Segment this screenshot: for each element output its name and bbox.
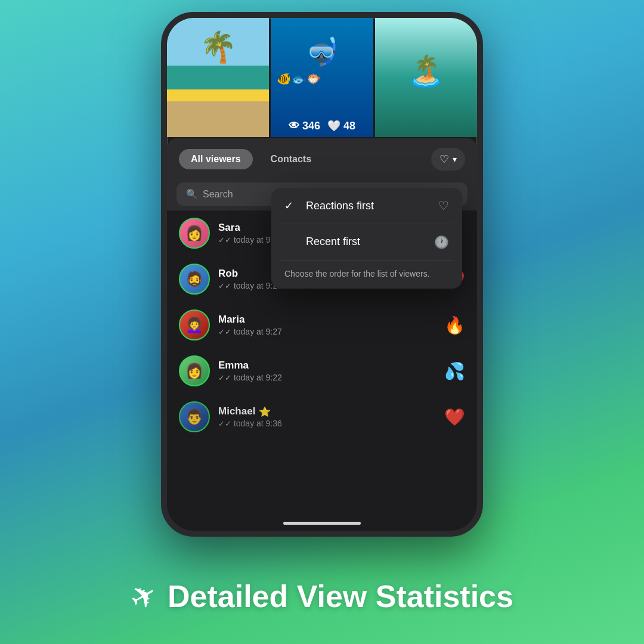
avatar-michael: 👨 — [180, 402, 209, 431]
telegram-icon: ✈ — [123, 574, 164, 618]
search-icon: 🔍 — [186, 188, 198, 200]
avatar: 🧔 — [179, 264, 210, 295]
phone: 👁 346 🤍 48 All viewers Contacts ♡ — [161, 12, 483, 537]
avatar-sara: 👩 — [180, 219, 209, 247]
tabs-row: All viewers Contacts ♡ ▾ — [167, 138, 477, 178]
home-indicator — [283, 522, 361, 525]
viewer-item[interactable]: 👩‍🦱 Maria ✓✓ today at 9:27 🔥 — [167, 302, 477, 348]
views-count: 346 — [302, 120, 320, 132]
reaction-fire: 🔥 — [444, 315, 465, 335]
avatar-maria: 👩‍🦱 — [180, 311, 209, 339]
avatar-rob: 🧔 — [180, 265, 209, 293]
viewer-info: Maria ✓✓ today at 9:27 — [218, 314, 436, 336]
premium-badge: ⭐ — [259, 406, 271, 417]
heart-filter-icon: ♡ — [439, 153, 449, 166]
viewer-item[interactable]: 👨 Michael ⭐ ✓✓ today at 9:36 ❤️ — [167, 394, 477, 440]
avatar: 👩 — [179, 218, 210, 249]
viewer-name: Michael ⭐ — [218, 405, 436, 417]
media-underwater: 👁 346 🤍 48 — [271, 18, 373, 137]
viewer-item[interactable]: 👩 Emma ✓✓ today at 9:22 💦 — [167, 348, 477, 394]
double-check-icon: ✓✓ — [218, 281, 231, 290]
avatar-emma: 👩 — [180, 357, 209, 385]
eye-icon: 👁 — [289, 120, 299, 132]
double-check-icon: ✓✓ — [218, 327, 231, 336]
avatar: 👩 — [179, 355, 210, 386]
clock-icon: 🕐 — [434, 235, 449, 249]
likes-stat: 🤍 48 — [327, 119, 355, 132]
reaction-droplets: 💦 — [444, 361, 465, 381]
viewer-info: Emma ✓✓ today at 9:22 — [218, 360, 436, 382]
chevron-down-icon: ▾ — [453, 154, 457, 164]
media-island — [375, 18, 477, 137]
bottom-title-area: ✈ Detailed View Statistics — [0, 578, 644, 614]
heart-icon: 🤍 — [327, 119, 340, 132]
description-text: Choose the order for the list of viewers… — [284, 269, 430, 278]
sort-reactions-first[interactable]: ✓ Reactions first ♡ — [271, 188, 462, 224]
tab-contacts[interactable]: Contacts — [259, 149, 323, 169]
sort-recent-first[interactable]: ✓ Recent first 🕐 — [271, 224, 462, 260]
viewer-time: ✓✓ today at 9:22 — [218, 373, 436, 382]
filter-button[interactable]: ♡ ▾ — [431, 148, 465, 171]
recent-first-label: Recent first — [306, 236, 426, 248]
tab-all-viewers[interactable]: All viewers — [179, 149, 253, 169]
selected-checkmark: ✓ — [284, 199, 298, 212]
double-check-icon: ✓✓ — [218, 236, 231, 244]
double-check-icon: ✓✓ — [218, 373, 231, 382]
double-check-icon: ✓✓ — [218, 419, 231, 428]
media-grid: 👁 346 🤍 48 — [167, 18, 477, 137]
stats-overlay: 👁 346 🤍 48 — [289, 119, 355, 132]
viewer-name: Maria — [218, 314, 436, 326]
viewer-info: Michael ⭐ ✓✓ today at 9:36 — [218, 405, 436, 428]
dropdown-description: Choose the order for the list of viewers… — [271, 260, 462, 289]
avatar: 👩‍🦱 — [179, 309, 210, 340]
heart-outline-icon: ♡ — [438, 199, 449, 213]
page-title: Detailed View Statistics — [168, 578, 513, 614]
viewer-time: ✓✓ today at 9:36 — [218, 419, 436, 428]
views-stat: 👁 346 — [289, 120, 320, 132]
phone-wrapper: 👁 346 🤍 48 All viewers Contacts ♡ — [161, 12, 483, 537]
reactions-first-label: Reactions first — [306, 200, 430, 212]
reaction-heart-red: ❤️ — [444, 407, 465, 427]
search-placeholder: Search — [203, 189, 233, 200]
sort-dropdown: ✓ Reactions first ♡ ✓ Recent first 🕐 Cho… — [271, 188, 462, 289]
avatar: 👨 — [179, 401, 210, 432]
viewer-name: Emma — [218, 360, 436, 371]
likes-count: 48 — [343, 120, 355, 132]
viewer-time: ✓✓ today at 9:27 — [218, 327, 436, 336]
media-beach — [167, 18, 269, 137]
